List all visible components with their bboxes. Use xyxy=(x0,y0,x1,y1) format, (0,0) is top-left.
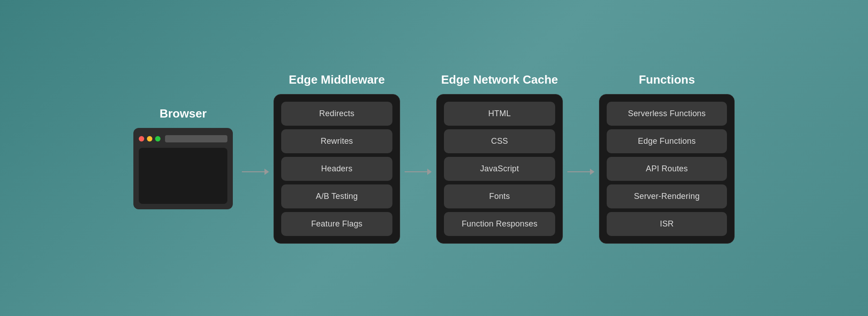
close-dot xyxy=(139,136,144,141)
browser-section: Browser xyxy=(133,107,233,209)
browser-content-area xyxy=(139,148,227,204)
middleware-item-headers: Headers xyxy=(281,157,392,181)
arrow-1-line xyxy=(242,171,264,172)
arrow-3-container xyxy=(563,141,599,175)
arrow-2-line xyxy=(405,171,427,172)
maximize-dot xyxy=(155,136,160,141)
diagram-container: Browser Edge Middleware Redirects Rewrit… xyxy=(106,55,762,262)
cache-item-css: CSS xyxy=(444,129,555,153)
browser-window xyxy=(133,128,233,209)
browser-title: Browser xyxy=(160,107,207,121)
functions-item-edge: Edge Functions xyxy=(607,129,727,153)
cache-item-function-responses: Function Responses xyxy=(444,212,555,236)
middleware-item-ab-testing: A/B Testing xyxy=(281,184,392,208)
arrow-2-container xyxy=(400,141,436,175)
arrow-2-head xyxy=(427,169,432,175)
edge-network-cache-section: Edge Network Cache HTML CSS JavaScript F… xyxy=(436,73,563,244)
middleware-item-redirects: Redirects xyxy=(281,102,392,126)
middleware-item-feature-flags: Feature Flags xyxy=(281,212,392,236)
edge-middleware-panel: Redirects Rewrites Headers A/B Testing F… xyxy=(274,94,400,244)
arrow-3 xyxy=(567,169,594,175)
arrow-3-head xyxy=(590,169,594,175)
address-bar xyxy=(165,135,227,142)
cache-item-javascript: JavaScript xyxy=(444,157,555,181)
functions-item-server-rendering: Server-Rendering xyxy=(607,184,727,208)
edge-network-cache-title: Edge Network Cache xyxy=(441,73,558,87)
cache-item-fonts: Fonts xyxy=(444,184,555,208)
arrow-2 xyxy=(405,169,432,175)
functions-item-serverless: Serverless Functions xyxy=(607,102,727,126)
edge-network-cache-panel: HTML CSS JavaScript Fonts Function Respo… xyxy=(436,94,563,244)
functions-item-api-routes: API Routes xyxy=(607,157,727,181)
edge-middleware-section: Edge Middleware Redirects Rewrites Heade… xyxy=(274,73,400,244)
cache-item-html: HTML xyxy=(444,102,555,126)
browser-titlebar xyxy=(139,133,227,144)
arrow-1 xyxy=(242,169,269,175)
functions-panel: Serverless Functions Edge Functions API … xyxy=(599,94,735,244)
functions-title: Functions xyxy=(639,73,695,87)
middleware-item-rewrites: Rewrites xyxy=(281,129,392,153)
functions-item-isr: ISR xyxy=(607,212,727,236)
arrow-3-line xyxy=(567,171,590,172)
arrow-1-container xyxy=(237,141,274,175)
functions-section: Functions Serverless Functions Edge Func… xyxy=(599,73,735,244)
edge-middleware-title: Edge Middleware xyxy=(289,73,385,87)
arrow-1-head xyxy=(264,169,269,175)
minimize-dot xyxy=(147,136,152,141)
